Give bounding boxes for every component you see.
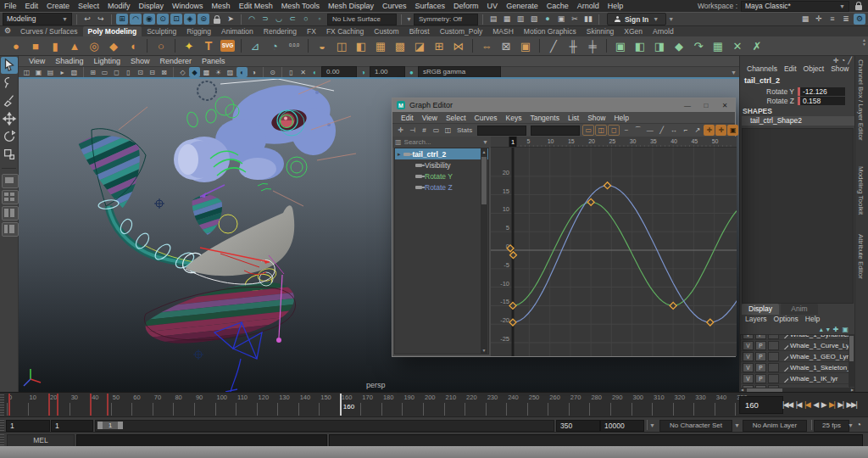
step-back-frame-button[interactable]: |◀ xyxy=(794,400,803,409)
range-slider-track[interactable]: 1 xyxy=(95,420,554,432)
region-keys-tool-icon[interactable]: ▭ xyxy=(431,125,442,136)
shelf-tab-arnold[interactable]: Arnold xyxy=(648,26,679,36)
outliner-item-rotate-y[interactable]: Rotate Y xyxy=(395,170,488,182)
menu-create[interactable]: Create xyxy=(42,2,74,10)
shelf-tab-poly-modeling[interactable]: Poly Modeling xyxy=(83,26,142,36)
layer-menu-layers[interactable]: Layers xyxy=(742,315,771,323)
menu-modify[interactable]: Modify xyxy=(103,2,135,10)
go-to-end-button[interactable]: ▶▶| xyxy=(845,400,859,409)
curve-snap-icon[interactable]: ⊂ xyxy=(287,14,298,25)
smooth-icon[interactable]: ▦ xyxy=(373,38,388,53)
image-plane-icon[interactable]: ▧ xyxy=(69,67,80,77)
character-set-icon[interactable]: ✛ xyxy=(833,57,839,64)
open-render-view-icon[interactable]: ▤ xyxy=(487,14,499,25)
menu-curves[interactable]: Curves xyxy=(378,2,411,10)
layer-visibility-toggle[interactable]: V xyxy=(743,374,754,383)
snap-to-projected-center-icon[interactable]: ⊙ xyxy=(157,14,169,25)
separate-icon[interactable]: ◫ xyxy=(334,38,349,53)
use-all-lights-icon[interactable]: ☀ xyxy=(213,67,224,77)
layer-playback-toggle[interactable]: P xyxy=(755,374,766,383)
range-start-handle[interactable] xyxy=(97,422,103,429)
lock-camera-icon[interactable]: ▣ xyxy=(33,67,44,77)
attribute-value-field[interactable]: -12.126 xyxy=(798,87,845,96)
shelf-menu-gear-icon[interactable]: ⚙ xyxy=(2,25,14,36)
play-backwards-button[interactable]: ◀ xyxy=(811,400,819,409)
pose-editor-icon[interactable]: ✛ xyxy=(813,14,825,25)
layer-color-swatch-icon[interactable] xyxy=(781,342,788,349)
xray-icon[interactable]: ▯ xyxy=(286,67,297,77)
buffer-curve-icon[interactable]: ▣ xyxy=(727,125,738,136)
scroll-down-icon[interactable]: ▼ xyxy=(481,348,487,353)
layer-visibility-toggle[interactable]: V xyxy=(743,352,754,361)
command-input[interactable] xyxy=(76,434,327,447)
chevron-down-icon[interactable]: ▼ xyxy=(734,422,740,428)
chevron-down-icon[interactable]: ▼ xyxy=(731,70,737,75)
snap-to-view-planes-icon[interactable]: ⊡ xyxy=(170,14,182,25)
chevron-down-icon[interactable]: ▼ xyxy=(668,16,674,22)
move-layer-down-icon[interactable]: ▾ xyxy=(826,326,830,333)
chevron-down-icon[interactable]: ▼ xyxy=(848,422,854,428)
curve-warp-icon[interactable]: ↷ xyxy=(691,38,706,53)
offset-edge-loop-icon[interactable]: ╪ xyxy=(585,38,600,53)
anim-layer-selector[interactable]: No Anim Layer xyxy=(743,420,807,432)
wireframe-icon[interactable]: ◇ xyxy=(177,67,188,77)
outliner-panel-icon[interactable]: ≡ xyxy=(826,14,838,25)
layer-display-type-toggle[interactable]: · xyxy=(768,363,779,372)
exposure-icon[interactable]: ◐ xyxy=(309,67,320,77)
select-tool[interactable] xyxy=(1,57,18,74)
snap-to-points-icon[interactable]: ◉ xyxy=(143,14,155,25)
bridge-icon[interactable]: ⋈ xyxy=(451,38,466,53)
menu-set-dropdown[interactable]: Modeling ▼ xyxy=(3,13,72,25)
channel-menu-edit[interactable]: Edit xyxy=(781,64,800,73)
current-time-field[interactable]: 160 xyxy=(739,396,783,414)
layer-display-type-toggle[interactable]: · xyxy=(768,334,779,339)
menu-arnold[interactable]: Arnold xyxy=(573,2,604,10)
lock-selection-icon[interactable] xyxy=(214,19,220,24)
layer-visibility-toggle[interactable]: V xyxy=(743,341,754,350)
drag-grip[interactable] xyxy=(0,394,4,416)
frame-all-icon[interactable]: ▭ xyxy=(582,125,594,136)
center-current-time-icon[interactable]: ◻ xyxy=(608,125,620,136)
select-camera-icon[interactable]: ◫ xyxy=(21,67,32,77)
menu-deform[interactable]: Deform xyxy=(449,2,483,10)
poly-plane-icon[interactable]: ◆ xyxy=(106,38,121,53)
layer-display-type-toggle[interactable]: · xyxy=(768,341,779,350)
poly-svg-icon[interactable]: SVG xyxy=(220,40,235,52)
graph-curve-view[interactable]: 20151050-5-10-15-20-25 xyxy=(491,148,737,356)
keep-objects-live-icon[interactable]: ⊚ xyxy=(198,14,209,25)
range-slider-bar[interactable]: 1 xyxy=(97,422,123,429)
render-settings-icon[interactable]: ▧ xyxy=(528,14,540,25)
shelf-tab-rigging[interactable]: Rigging xyxy=(181,26,216,36)
textured-icon[interactable]: ▩ xyxy=(201,67,212,77)
extrude-icon[interactable]: ⊞ xyxy=(431,38,447,53)
move-layer-up-icon[interactable]: ▴ xyxy=(820,326,823,333)
go-to-start-button[interactable]: |◀◀ xyxy=(781,400,794,409)
no-live-surface-field[interactable]: No Live Surface xyxy=(327,14,397,25)
shelf-tab-skinning[interactable]: Skinning xyxy=(581,26,620,36)
layer-row-whale-1-dynamics-lyr[interactable]: VP·Whale_1_Dynamics_Lyr xyxy=(741,334,849,340)
layer-color-swatch-icon[interactable] xyxy=(781,375,788,383)
timeline-current-frame-marker[interactable] xyxy=(340,394,342,416)
menu-uv[interactable]: UV xyxy=(483,2,503,10)
layer-color-swatch-icon[interactable] xyxy=(781,334,788,338)
menu-edit-mesh[interactable]: Edit Mesh xyxy=(235,2,277,10)
motion-blur-icon[interactable]: ◑ xyxy=(248,67,259,77)
lattice-deform-keys-tool-icon[interactable]: # xyxy=(419,125,430,136)
shelf-tab-mash[interactable]: MASH xyxy=(487,26,519,36)
screen-space-ao-icon[interactable]: ◐ xyxy=(236,67,248,77)
safe-title-icon[interactable]: ⊠ xyxy=(159,67,170,77)
safe-action-icon[interactable]: ⊟ xyxy=(147,67,158,77)
layer-menu-help[interactable]: Help xyxy=(802,315,823,323)
crease-tool-icon[interactable]: ╱ xyxy=(546,38,561,53)
menu-display[interactable]: Display xyxy=(135,2,169,10)
playback-start-field[interactable]: 1 xyxy=(51,420,93,432)
resolution-gate-icon[interactable]: ◻ xyxy=(111,67,122,77)
fps-dropdown[interactable]: 25 fps xyxy=(814,420,849,432)
layer-playback-toggle[interactable]: P xyxy=(755,334,766,339)
play-forwards-button[interactable]: ▶ xyxy=(820,400,827,409)
field-chart-icon[interactable]: ⊡ xyxy=(135,67,146,77)
point-snap-icon[interactable]: ○ xyxy=(300,14,312,25)
gamma-icon[interactable]: ◑ xyxy=(358,67,369,77)
create-layer-from-selected-icon[interactable]: ▣ xyxy=(842,326,849,333)
rotate-tool[interactable] xyxy=(1,128,18,145)
